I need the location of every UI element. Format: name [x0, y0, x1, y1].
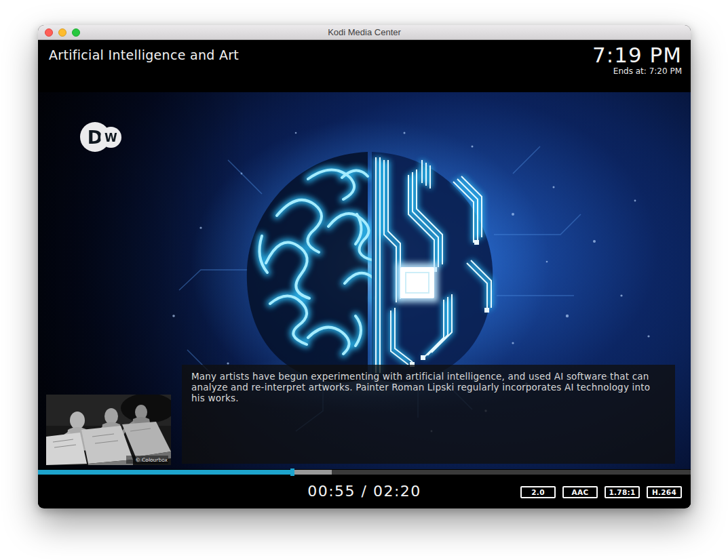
kodi-fullscreen-player: Artificial Intelligence and Art 7:19 PM … — [38, 40, 691, 508]
seekbar-track[interactable] — [38, 470, 691, 475]
clock-block: 7:19 PM Ends at: 7:20 PM — [592, 43, 682, 76]
ends-at-label: Ends at: 7:20 PM — [592, 66, 682, 76]
now-playing-title: Artificial Intelligence and Art — [49, 47, 239, 62]
window-title: Kodi Media Center — [328, 27, 401, 37]
thumbnail-robots-image: © Colourbox — [46, 395, 171, 465]
seekbar[interactable] — [38, 469, 691, 476]
titlebar[interactable]: Kodi Media Center — [38, 25, 691, 40]
media-flags: 2.0 AAC 1.78:1 H.264 — [520, 486, 682, 498]
program-description: Many artists have begun experimenting wi… — [182, 365, 675, 464]
close-button[interactable] — [45, 28, 53, 37]
audio-channels-flag: 2.0 — [520, 486, 556, 498]
seekbar-remaining — [332, 470, 691, 475]
player-status-bar: 00:55 / 02:20 2.0 AAC 1.78:1 H.264 — [38, 476, 691, 508]
dw-logo-w: W — [104, 131, 117, 144]
video-thumbnail: © Colourbox — [46, 395, 171, 465]
osd-header: Artificial Intelligence and Art 7:19 PM … — [38, 40, 691, 92]
aspect-ratio-flag: 1.78:1 — [605, 486, 640, 498]
dw-logo-w-circle: W — [100, 127, 121, 148]
seekbar-progress — [38, 470, 292, 475]
thumbnail-credit: © Colourbox — [135, 457, 168, 463]
audio-codec-flag: AAC — [562, 486, 598, 498]
zoom-button[interactable] — [72, 28, 80, 37]
video-surface[interactable]: D W Many artists have begun experimentin… — [38, 92, 691, 469]
window-controls — [45, 28, 80, 37]
seekbar-handle[interactable] — [290, 468, 294, 476]
minimize-button[interactable] — [58, 28, 66, 37]
description-text: Many artists have begun experimenting wi… — [191, 371, 650, 403]
current-time: 7:19 PM — [592, 43, 682, 66]
kodi-window: Kodi Media Center Artificial Intelligenc… — [38, 25, 691, 508]
dw-channel-logo: D W — [80, 122, 122, 153]
seekbar-buffer — [292, 470, 332, 475]
video-codec-flag: H.264 — [647, 486, 682, 498]
